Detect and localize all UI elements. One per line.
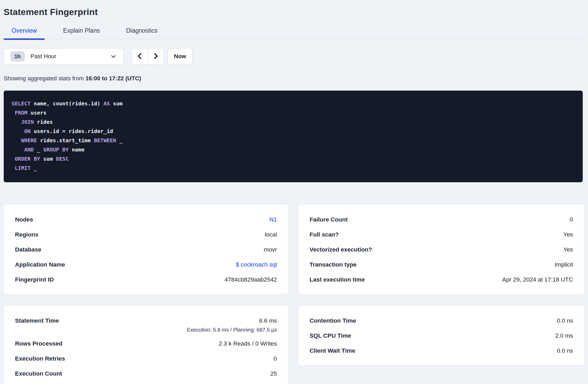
sql-keyword: GROUP BY bbox=[43, 146, 68, 153]
row-value: 25 bbox=[270, 370, 277, 377]
sql-keyword: FROM bbox=[15, 110, 27, 116]
chevron-down-icon bbox=[110, 53, 117, 60]
table-row: Application Name$ cockroach sql bbox=[15, 260, 277, 269]
sql-identifier bbox=[12, 156, 15, 162]
row-label: Execution Count bbox=[15, 369, 62, 378]
summary-cards: NodesN1RegionslocalDatabasemovrApplicati… bbox=[4, 204, 584, 384]
sql-keyword: WHERE bbox=[21, 137, 37, 144]
row-value-wrap: Apr 29, 2024 at 17:18 UTC bbox=[502, 275, 573, 284]
statement-details-card: NodesN1RegionslocalDatabasemovrApplicati… bbox=[4, 204, 288, 294]
row-value: 6.6 ms bbox=[259, 317, 277, 324]
sql-identifier: sum bbox=[40, 156, 56, 162]
statement-times-card: Statement Time6.6 msExecution: 5.8 ms / … bbox=[4, 306, 288, 384]
table-row: Client Wait Time0.0 ns bbox=[310, 346, 573, 356]
aggregated-stats-caption: Showing aggregated stats from 16:00 to 1… bbox=[4, 75, 584, 82]
sql-identifier bbox=[12, 137, 21, 144]
now-button[interactable]: Now bbox=[168, 48, 192, 65]
sql-line: FROM users bbox=[12, 108, 575, 117]
table-row: Contention Time0.0 ns bbox=[310, 316, 573, 326]
sql-keyword: LIMIT bbox=[15, 165, 31, 171]
previous-time-interval-button[interactable] bbox=[132, 48, 148, 64]
row-value-wrap: 0.0 ns bbox=[557, 316, 573, 326]
sql-keyword: AS bbox=[103, 100, 110, 107]
stats-caption-prefix: Showing aggregated stats from bbox=[4, 75, 86, 82]
sql-line: SELECT name, count(rides.id) AS sum bbox=[12, 99, 575, 108]
sql-identifier bbox=[116, 137, 119, 144]
row-label: Application Name bbox=[15, 260, 65, 269]
row-label: SQL CPU Time bbox=[310, 331, 351, 340]
sql-placeholder: _ bbox=[119, 137, 122, 144]
table-row: Execution Count25 bbox=[15, 369, 277, 378]
tab-diagnostics[interactable]: Diagnostics bbox=[118, 27, 165, 39]
row-value: 0.0 ns bbox=[557, 317, 573, 324]
sql-keyword: ORDER BY bbox=[15, 156, 40, 162]
sql-identifier bbox=[12, 110, 15, 116]
row-value-wrap: Yes bbox=[563, 230, 573, 239]
row-label: Regions bbox=[15, 230, 38, 239]
sql-identifier bbox=[12, 165, 15, 171]
row-label: Nodes bbox=[15, 215, 33, 224]
sql-identifier: name, count(rides.id) bbox=[31, 100, 103, 107]
table-row: Failure Count0 bbox=[310, 215, 573, 224]
sql-identifier bbox=[34, 146, 37, 153]
sql-statement-box: SELECT name, count(rides.id) AS sum FROM… bbox=[4, 91, 583, 182]
sql-identifier: users.id = rides.rider_id bbox=[31, 128, 113, 134]
time-range-dropdown[interactable]: 1h Past Hour bbox=[4, 48, 124, 65]
row-value-wrap: 0.0 ns bbox=[557, 346, 573, 356]
sql-line: ORDER BY sum DESC bbox=[12, 154, 575, 164]
sql-keyword: AND bbox=[24, 146, 34, 153]
sql-identifier bbox=[12, 119, 21, 125]
row-subvalue: Execution: 5.8 ms / Planning: 687.5 µs bbox=[187, 326, 277, 333]
time-range-label: Past Hour bbox=[31, 53, 56, 60]
resource-times-card: Contention Time0.0 nsSQL CPU Time2.0 msC… bbox=[298, 306, 584, 365]
table-row: Vectorized execution?Yes bbox=[310, 245, 573, 254]
row-value-wrap: N1 bbox=[269, 215, 277, 224]
sql-keyword: DESC bbox=[56, 156, 69, 162]
time-step-buttons bbox=[131, 48, 164, 65]
row-value: Apr 29, 2024 at 17:18 UTC bbox=[502, 276, 573, 283]
table-row: Databasemovr bbox=[15, 245, 277, 254]
row-value: 2.3 k Reads / 0 Writes bbox=[219, 340, 277, 347]
row-label: Last execution time bbox=[310, 275, 365, 284]
row-value-wrap: movr bbox=[264, 245, 277, 254]
row-value-wrap: local bbox=[265, 230, 277, 239]
row-value: 2.0 ms bbox=[555, 332, 573, 339]
sql-line: LIMIT _ bbox=[12, 164, 575, 173]
row-value-link[interactable]: $ cockroach sql bbox=[236, 261, 277, 268]
table-row: Statement Time6.6 msExecution: 5.8 ms / … bbox=[15, 316, 277, 333]
sql-keyword: SELECT bbox=[12, 100, 31, 107]
row-value-wrap: Implicit bbox=[555, 260, 573, 269]
sql-identifier: sum bbox=[110, 100, 122, 107]
row-label: Full scan? bbox=[310, 230, 339, 239]
table-row: Transaction typeImplicit bbox=[310, 260, 573, 269]
tab-overview[interactable]: Overview bbox=[4, 27, 45, 39]
sql-identifier: rides.start_time bbox=[37, 137, 94, 144]
table-row: SQL CPU Time2.0 ms bbox=[310, 331, 573, 341]
row-label: Rows Processed bbox=[15, 339, 62, 348]
table-row: Full scan?Yes bbox=[310, 230, 573, 239]
chevron-right-icon bbox=[152, 52, 160, 61]
next-time-interval-button[interactable] bbox=[148, 48, 164, 64]
statement-fingerprint-page: Statement Fingerprint OverviewExplain Pl… bbox=[0, 7, 588, 384]
row-value-link[interactable]: N1 bbox=[269, 216, 277, 223]
time-controls: 1h Past Hour Now bbox=[4, 48, 584, 65]
sql-identifier: rides bbox=[34, 119, 53, 125]
row-label: Fingerprint ID bbox=[15, 275, 54, 284]
row-value: 4784cb829aab2542 bbox=[225, 276, 277, 283]
row-label: Execution Retries bbox=[15, 354, 65, 363]
execution-attributes-card: Failure Count0Full scan?YesVectorized ex… bbox=[298, 204, 584, 294]
row-value-wrap: 2.3 k Reads / 0 Writes bbox=[219, 339, 277, 348]
sql-keyword: BETWEEN bbox=[94, 137, 116, 144]
sql-identifier bbox=[31, 165, 34, 171]
sql-line: JOIN rides bbox=[12, 117, 575, 127]
row-value: Yes bbox=[563, 246, 573, 253]
sql-identifier bbox=[12, 146, 24, 153]
table-row: NodesN1 bbox=[15, 215, 277, 224]
table-row: Regionslocal bbox=[15, 230, 277, 239]
sql-placeholder: _ bbox=[37, 146, 40, 153]
time-range-badge: 1h bbox=[10, 51, 25, 61]
tab-explain-plans[interactable]: Explain Plans bbox=[55, 27, 108, 39]
row-value: Yes bbox=[563, 231, 573, 238]
row-value: local bbox=[265, 231, 277, 238]
table-row: Execution Retries0 bbox=[15, 354, 277, 363]
